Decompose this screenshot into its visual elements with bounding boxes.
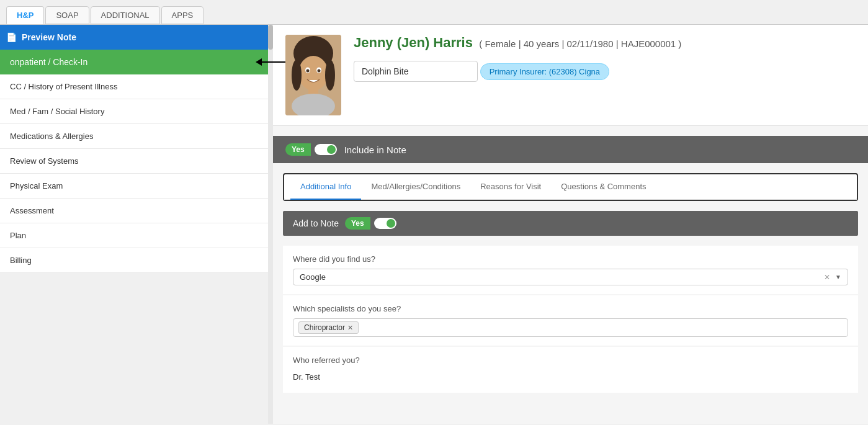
patient-photo (285, 35, 341, 115)
sidebar-active-item-label: onpatient / Check-In (10, 57, 87, 67)
include-note-label: Include in Note (344, 145, 406, 155)
where-find-label: Where did you find us? (293, 254, 848, 264)
select-clear-icon[interactable]: ✕ (824, 273, 830, 282)
add-to-note-bar: Add to Note Yes (283, 211, 858, 236)
patient-demographics: ( Female | 40 years | 02/11/1980 | HAJE0… (477, 38, 681, 49)
add-note-toggle[interactable]: Yes (345, 217, 396, 230)
sidebar-item-plan[interactable]: Plan (0, 223, 268, 248)
referral-label: Who referred you? (293, 356, 848, 365)
svg-point-10 (325, 60, 335, 91)
insurer-badge: Primary Insurer: (62308) Cigna (480, 63, 609, 80)
specialists-tag-field[interactable]: Chiropractor ✕ (293, 318, 848, 337)
tabs-container: Additional Info Med/Allergies/Conditions… (283, 173, 858, 201)
sidebar-nav: 📄 Preview Note onpatient / Check-In CC /… (0, 25, 268, 424)
document-icon: 📄 (6, 32, 17, 42)
tabs-row: Additional Info Med/Allergies/Conditions… (284, 174, 857, 200)
patient-header: Jenny (Jen) Harris ( Female | 40 years |… (273, 25, 868, 126)
toggle-switch[interactable] (315, 144, 337, 155)
svg-point-9 (292, 60, 302, 91)
specialists-label: Which specialists do you see? (293, 304, 848, 313)
where-find-select[interactable]: Google ✕ ▼ (293, 269, 848, 285)
tab-apps[interactable]: APPS (161, 6, 204, 24)
add-note-toggle-yes: Yes (345, 217, 370, 230)
tag-remove-icon[interactable]: ✕ (347, 324, 353, 332)
form-section: Where did you find us? Google ✕ ▼ Which … (273, 246, 868, 393)
sidebar-item-assessment[interactable]: Assessment (0, 199, 268, 223)
add-note-toggle-switch[interactable] (374, 218, 396, 229)
chief-complaint: Dolphin Bite (354, 61, 478, 82)
arrow-head (256, 58, 262, 66)
main-layout: 📄 Preview Note onpatient / Check-In CC /… (0, 25, 868, 424)
select-arrow-icon[interactable]: ▼ (835, 274, 841, 280)
patient-info: Jenny (Jen) Harris ( Female | 40 years |… (354, 35, 856, 87)
sidebar: 📄 Preview Note onpatient / Check-In CC /… (0, 25, 273, 424)
svg-point-2 (298, 56, 328, 91)
where-find-group: Where did you find us? Google ✕ ▼ (283, 246, 858, 294)
tab-reasons-visit[interactable]: Reasons for Visit (470, 174, 551, 200)
svg-point-5 (306, 69, 310, 73)
chiropractor-tag-label: Chiropractor (304, 323, 345, 332)
tab-additional-info[interactable]: Additional Info (290, 174, 361, 200)
top-tab-bar: H&P SOAP ADDITIONAL APPS (0, 0, 868, 25)
sidebar-item-medfam[interactable]: Med / Fam / Social History (0, 99, 268, 124)
sidebar-item-checkin[interactable]: onpatient / Check-In (0, 50, 268, 74)
sidebar-item-billing[interactable]: Billing (0, 248, 268, 273)
tab-additional[interactable]: ADDITIONAL (91, 6, 160, 24)
chiropractor-tag: Chiropractor ✕ (298, 321, 359, 334)
sidebar-item-cc[interactable]: CC / History of Present Illness (0, 74, 268, 99)
svg-point-6 (318, 69, 321, 73)
preview-note-button[interactable]: 📄 Preview Note (0, 25, 268, 50)
patient-name: Jenny (Jen) Harris ( Female | 40 years |… (354, 35, 856, 51)
specialists-group: Which specialists do you see? Chiropract… (283, 295, 858, 346)
referral-group: Who referred you? (283, 347, 858, 393)
scrollbar-thumb (268, 25, 273, 50)
preview-note-label: Preview Note (22, 32, 76, 42)
tab-soap[interactable]: SOAP (45, 6, 89, 24)
referral-input[interactable] (293, 370, 848, 384)
sidebar-item-physicalexam[interactable]: Physical Exam (0, 174, 268, 199)
include-note-bar: Yes Include in Note (273, 136, 868, 163)
sidebar-item-medications[interactable]: Medications & Allergies (0, 124, 268, 149)
toggle-yes-label: Yes (285, 143, 311, 156)
sidebar-item-ros[interactable]: Review of Systems (0, 149, 268, 174)
tab-questions[interactable]: Questions & Comments (551, 174, 656, 200)
main-content: Jenny (Jen) Harris ( Female | 40 years |… (273, 25, 868, 424)
tab-hp[interactable]: H&P (6, 6, 44, 24)
add-note-label: Add to Note (293, 218, 339, 228)
include-note-toggle[interactable]: Yes (285, 143, 337, 156)
tab-med-allergies[interactable]: Med/Allergies/Conditions (361, 174, 470, 200)
where-find-value: Google (300, 272, 819, 282)
sidebar-scrollbar[interactable] (268, 25, 273, 424)
